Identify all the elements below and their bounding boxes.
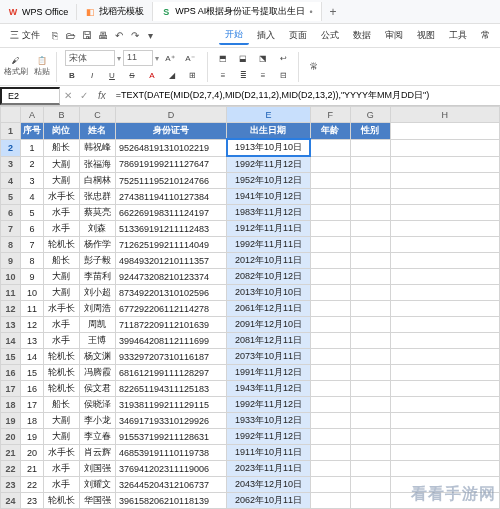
header-cell[interactable]: 身份证号 xyxy=(115,123,226,140)
row-head[interactable]: 14 xyxy=(1,333,21,349)
cell[interactable] xyxy=(310,253,350,269)
cell[interactable] xyxy=(350,413,390,429)
number-format-icon[interactable]: 常 xyxy=(305,59,323,75)
border-icon[interactable]: ⊞ xyxy=(183,67,201,83)
header-cell[interactable]: 年龄 xyxy=(310,123,350,140)
cell[interactable]: 2043年12月10日 xyxy=(227,477,311,493)
cell[interactable]: 水手长 xyxy=(43,189,79,205)
cell[interactable]: 915537199211128631 xyxy=(115,429,226,445)
cell[interactable] xyxy=(310,237,350,253)
align-bottom-icon[interactable]: ⬔ xyxy=(254,50,272,66)
cell[interactable]: 13 xyxy=(20,333,43,349)
cell[interactable]: 873492201310102596 xyxy=(115,285,226,301)
cell[interactable] xyxy=(350,381,390,397)
col-head[interactable]: A xyxy=(20,107,43,123)
cell[interactable] xyxy=(350,285,390,301)
cell[interactable]: 18 xyxy=(20,413,43,429)
cell[interactable] xyxy=(350,445,390,461)
fx-icon[interactable]: fx xyxy=(92,90,112,101)
cell[interactable]: 11 xyxy=(20,301,43,317)
tab-wps-office[interactable]: W WPS Office xyxy=(0,4,77,20)
row-head[interactable]: 4 xyxy=(1,173,21,189)
cell[interactable] xyxy=(310,493,350,509)
cell[interactable] xyxy=(390,221,499,237)
cell[interactable]: 1992年11月11日 xyxy=(227,237,311,253)
cell[interactable]: 杨作学 xyxy=(79,237,115,253)
row-head[interactable]: 2 xyxy=(1,139,21,156)
cell[interactable] xyxy=(350,269,390,285)
cell[interactable]: 1983年11月12日 xyxy=(227,205,311,221)
cell[interactable]: 513369191211112483 xyxy=(115,221,226,237)
cell[interactable]: 轮机长 xyxy=(43,237,79,253)
row-head[interactable]: 3 xyxy=(1,156,21,173)
cell[interactable]: 19 xyxy=(20,429,43,445)
cell[interactable] xyxy=(350,317,390,333)
cell[interactable] xyxy=(350,156,390,173)
cell-reference-input[interactable] xyxy=(0,87,60,105)
cell[interactable] xyxy=(350,349,390,365)
tab-daoqiao[interactable]: ◧ 找稻壳模板 xyxy=(77,2,153,21)
col-head-active[interactable]: E xyxy=(227,107,311,123)
col-head[interactable]: G xyxy=(350,107,390,123)
cell[interactable] xyxy=(350,139,390,156)
cell[interactable]: 12 xyxy=(20,317,43,333)
strike-icon[interactable]: S xyxy=(123,67,141,83)
cell[interactable]: 6 xyxy=(20,221,43,237)
decrease-font-icon[interactable]: A⁻ xyxy=(181,50,199,66)
cell[interactable] xyxy=(350,461,390,477)
cell[interactable] xyxy=(310,301,350,317)
cell[interactable]: 498493201210111357 xyxy=(115,253,226,269)
cell[interactable] xyxy=(390,317,499,333)
cell[interactable] xyxy=(310,381,350,397)
cell[interactable]: 华国强 xyxy=(79,493,115,509)
cell[interactable]: 681612199111128297 xyxy=(115,365,226,381)
row-head[interactable]: 7 xyxy=(1,221,21,237)
cell[interactable]: 1941年10月12日 xyxy=(227,189,311,205)
cell[interactable] xyxy=(310,365,350,381)
cell[interactable]: 933297207310116187 xyxy=(115,349,226,365)
header-cell[interactable]: 姓名 xyxy=(79,123,115,140)
font-select[interactable]: 宋体 xyxy=(65,50,115,66)
cell[interactable]: 李苗利 xyxy=(79,269,115,285)
cell[interactable]: 924473208210123374 xyxy=(115,269,226,285)
cell[interactable]: 1913年10月10日 xyxy=(227,139,311,156)
print-icon[interactable]: 🖶 xyxy=(96,29,110,43)
header-cell[interactable]: 序号 xyxy=(20,123,43,140)
align-top-icon[interactable]: ⬒ xyxy=(214,50,232,66)
align-middle-icon[interactable]: ⬓ xyxy=(234,50,252,66)
cell[interactable]: 2012年10月11日 xyxy=(227,253,311,269)
cell[interactable]: 1911年10月11日 xyxy=(227,445,311,461)
cell[interactable] xyxy=(310,285,350,301)
cell[interactable] xyxy=(310,189,350,205)
cell[interactable] xyxy=(350,253,390,269)
cell[interactable] xyxy=(310,397,350,413)
menu-start[interactable]: 开始 xyxy=(219,26,249,45)
row-head[interactable]: 13 xyxy=(1,317,21,333)
row-head[interactable]: 16 xyxy=(1,365,21,381)
align-right-icon[interactable]: ≡ xyxy=(254,67,272,83)
cell[interactable] xyxy=(310,413,350,429)
save-icon[interactable]: 🖫 xyxy=(80,29,94,43)
cell[interactable]: 2062年10月11日 xyxy=(227,493,311,509)
cell[interactable]: 韩祝峰 xyxy=(79,139,115,156)
row-head[interactable]: 1 xyxy=(1,123,21,140)
row-head[interactable]: 21 xyxy=(1,445,21,461)
cell[interactable]: 大副 xyxy=(43,156,79,173)
cell[interactable]: 1912年11月11日 xyxy=(227,221,311,237)
cell[interactable] xyxy=(390,205,499,221)
cell[interactable]: 李小龙 xyxy=(79,413,115,429)
menu-page[interactable]: 页面 xyxy=(283,27,313,44)
cell[interactable] xyxy=(390,349,499,365)
cell[interactable]: 822651194311125183 xyxy=(115,381,226,397)
cell[interactable]: 8 xyxy=(20,253,43,269)
cell[interactable] xyxy=(310,349,350,365)
cell[interactable] xyxy=(390,301,499,317)
increase-font-icon[interactable]: A⁺ xyxy=(161,50,179,66)
cell[interactable]: 侯晓泽 xyxy=(79,397,115,413)
cell[interactable]: 杨文渊 xyxy=(79,349,115,365)
cell[interactable] xyxy=(310,445,350,461)
row-head[interactable]: 22 xyxy=(1,461,21,477)
cell[interactable]: 船长 xyxy=(43,397,79,413)
cell[interactable]: 711872209112101639 xyxy=(115,317,226,333)
cell[interactable] xyxy=(310,317,350,333)
